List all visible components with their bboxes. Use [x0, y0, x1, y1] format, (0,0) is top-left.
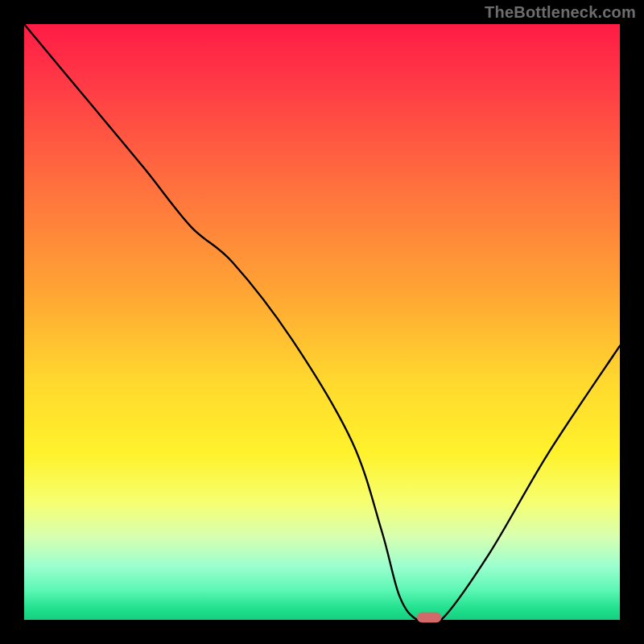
attribution-label: TheBottleneck.com — [485, 3, 636, 22]
chart-frame: TheBottleneck.com — [0, 0, 644, 644]
bottleneck-curve — [24, 24, 620, 625]
chart-svg — [24, 24, 620, 620]
plot-area — [24, 24, 620, 620]
minimum-marker — [417, 613, 441, 622]
